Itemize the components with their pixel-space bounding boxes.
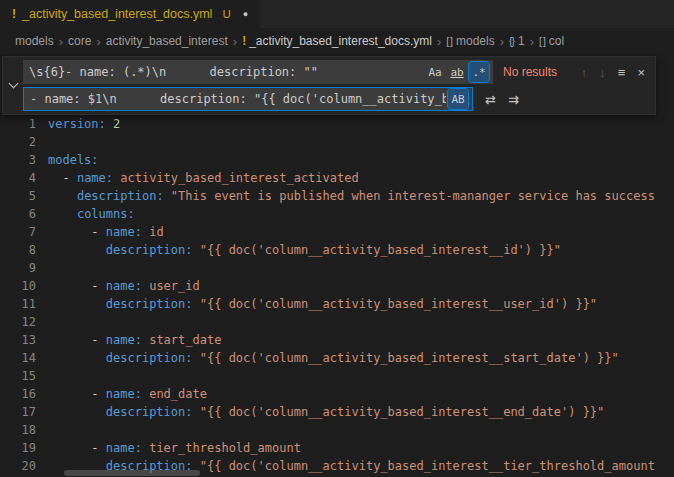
line-number: 3	[0, 151, 36, 169]
line-number: 17	[0, 403, 36, 421]
breadcrumb-item[interactable]: [ ]col	[539, 34, 564, 48]
code-token: -	[48, 333, 106, 347]
breadcrumb-separator-icon: ›	[94, 34, 102, 49]
code-token	[48, 351, 106, 365]
code-token: start_date	[149, 333, 221, 347]
code-line-content: - name: activity_based_interest_activate…	[48, 169, 359, 187]
line-number: 14	[0, 349, 36, 367]
whole-word-button[interactable]: ab	[447, 62, 467, 82]
previous-match-button[interactable]: ↑	[581, 66, 588, 79]
replace-all-button[interactable]: ⇉	[508, 93, 519, 106]
code-token	[193, 405, 200, 419]
code-token: description:	[106, 405, 193, 419]
breadcrumb-item-label: core	[68, 34, 91, 48]
replace-input-value: - name: $1\n description: "{{ doc('colum…	[30, 92, 446, 106]
code-line: 1version: 2	[0, 115, 674, 133]
tab-activity-based-interest-docs[interactable]: ! _activity_based_interest_docs.yml U ●	[0, 0, 260, 28]
find-results-count: No results	[503, 65, 557, 79]
breadcrumb-item[interactable]: !_activity_based_interest_docs.yml	[242, 34, 432, 48]
code-token: version:	[48, 117, 106, 131]
array-icon: [ ]	[446, 35, 452, 47]
code-token: columns:	[77, 207, 135, 221]
code-line: 12	[0, 313, 674, 331]
code-line: 15	[0, 367, 674, 385]
breadcrumb-item[interactable]: activity_based_interest	[106, 34, 228, 48]
find-replace-widget: \s{6}- name: (.*)\n description: "" Aa a…	[2, 56, 656, 115]
line-number: 10	[0, 277, 36, 295]
tab-label: _activity_based_interest_docs.yml	[22, 7, 212, 21]
code-line: 8 description: "{{ doc('column__activity…	[0, 241, 674, 259]
code-token	[164, 189, 171, 203]
code-line: 18	[0, 421, 674, 439]
replace-input[interactable]: - name: $1\n description: "{{ doc('colum…	[23, 87, 473, 111]
code-token: tier_threshold_amount	[149, 441, 301, 455]
code-line: 13 - name: start_date	[0, 331, 674, 349]
line-number: 2	[0, 133, 36, 151]
warning-icon: !	[242, 34, 245, 48]
preserve-case-button[interactable]: AB	[448, 89, 468, 109]
editor-pane[interactable]: \s{6}- name: (.*)\n description: "" Aa a…	[0, 54, 674, 477]
breadcrumb-item[interactable]: models	[15, 34, 54, 48]
line-number: 13	[0, 331, 36, 349]
code-line: 11 description: "{{ doc('column__activit…	[0, 295, 674, 313]
breadcrumb-separator-icon: ›	[57, 34, 65, 49]
code-token	[106, 117, 113, 131]
breadcrumb-item[interactable]: core	[68, 34, 91, 48]
code-token: -	[48, 441, 106, 455]
code-line-content: - name: start_date	[48, 331, 221, 349]
find-nav-icons: ↑ ↓ ≡ ×	[581, 66, 649, 79]
horizontal-scrollbar[interactable]	[64, 470, 200, 476]
regex-button[interactable]: .*	[469, 62, 489, 82]
code-line-content: columns:	[48, 205, 135, 223]
line-number: 8	[0, 241, 36, 259]
line-number: 20	[0, 457, 36, 475]
replace-button[interactable]: ⇄	[485, 93, 496, 106]
code-line-content: description: "{{ doc('column__activity_b…	[48, 349, 619, 367]
code-token: "This event is published when interest-m…	[171, 189, 655, 203]
find-row: \s{6}- name: (.*)\n description: "" Aa a…	[23, 60, 649, 84]
breadcrumb-separator-icon: ›	[528, 34, 536, 49]
line-number: 18	[0, 421, 36, 439]
breadcrumb-item-label: models	[15, 34, 54, 48]
code-token: -	[48, 387, 106, 401]
find-in-selection-button[interactable]: ≡	[618, 66, 626, 79]
breadcrumb-item-label: activity_based_interest	[106, 34, 228, 48]
close-button[interactable]: ×	[637, 66, 645, 79]
code-token: "{{ doc('column__activity_based_interest…	[200, 405, 605, 419]
match-case-button[interactable]: Aa	[425, 62, 445, 82]
breadcrumb-item-label: models	[456, 34, 495, 48]
code-token	[193, 243, 200, 257]
line-number: 9	[0, 259, 36, 277]
object-icon: {}	[509, 35, 514, 47]
code-token	[48, 405, 106, 419]
line-number: 6	[0, 205, 36, 223]
code-token: name:	[106, 225, 142, 239]
code-line: 2	[0, 133, 674, 151]
code-token: name:	[106, 441, 142, 455]
line-number: 7	[0, 223, 36, 241]
git-status-badge: U	[222, 8, 230, 20]
code-line: 9	[0, 259, 674, 277]
find-input-value: \s{6}- name: (.*)\n description: ""	[29, 65, 423, 79]
code-token: name:	[77, 171, 113, 185]
code-line-content: description: "{{ doc('column__activity_b…	[48, 403, 604, 421]
breadcrumb-separator-icon: ›	[435, 34, 443, 49]
breadcrumb-item[interactable]: [ ]models	[446, 34, 494, 48]
dirty-indicator-icon[interactable]: ●	[243, 9, 248, 19]
find-input[interactable]: \s{6}- name: (.*)\n description: "" Aa a…	[23, 60, 493, 84]
next-match-button[interactable]: ↓	[599, 66, 606, 79]
code-token: "{{ doc('column__activity_based_interest…	[200, 243, 561, 257]
code-line-content: version: 2	[48, 115, 120, 133]
code-area[interactable]: 1version: 223models:4 - name: activity_b…	[0, 54, 674, 475]
breadcrumb-item[interactable]: {}1	[509, 34, 525, 48]
line-number: 12	[0, 313, 36, 331]
code-line: 14 description: "{{ doc('column__activit…	[0, 349, 674, 367]
code-token: name:	[106, 279, 142, 293]
line-number: 16	[0, 385, 36, 403]
replace-row: - name: $1\n description: "{{ doc('colum…	[23, 87, 649, 111]
code-token: user_id	[149, 279, 200, 293]
vscode-window: ! _activity_based_interest_docs.yml U ● …	[0, 0, 674, 477]
toggle-replace-button[interactable]	[3, 60, 23, 111]
code-token	[48, 297, 106, 311]
code-line-content: description: "{{ doc('column__activity_b…	[48, 295, 597, 313]
